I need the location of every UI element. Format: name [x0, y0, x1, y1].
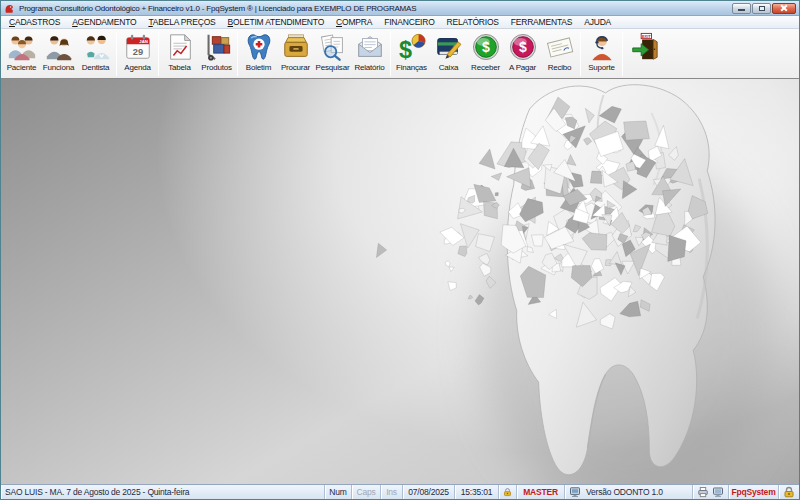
menu-compra[interactable]: COMPRA — [330, 17, 378, 27]
toolbar-label: Produtos — [201, 63, 231, 72]
receipt-icon — [545, 32, 575, 62]
status-lock-panel-2 — [779, 485, 799, 499]
titlebar[interactable]: Programa Consultório Odontológico + Fina… — [1, 1, 799, 16]
toolbar-dentista[interactable]: Dentista — [77, 30, 114, 77]
toolbar-label: Funciona — [43, 63, 74, 72]
toolbar-suporte[interactable]: Suporte — [583, 30, 620, 77]
toolbar-relatorio[interactable]: Relatório — [351, 30, 388, 77]
status-date: 07/08/2025 — [403, 485, 455, 499]
toolbar-pesquisar[interactable]: Pesquisar — [314, 30, 351, 77]
printer-icon[interactable] — [697, 486, 709, 498]
restore-button[interactable] — [752, 3, 771, 14]
toolbar-label: Procurar — [281, 63, 310, 72]
search-documents-icon — [318, 32, 348, 62]
status-version-panel: Versão ODONTO 1.0 — [565, 485, 693, 499]
support-icon — [587, 32, 617, 62]
dentists-icon — [81, 32, 111, 62]
toolbar-label: Relatório — [354, 63, 384, 72]
window-title: Programa Consultório Odontológico + Fina… — [19, 4, 728, 13]
toolbar-label: Paciente — [7, 63, 37, 72]
toolbar-paciente[interactable]: Paciente — [3, 30, 40, 77]
receive-dollar-icon: $ — [471, 32, 501, 62]
client-area — [1, 79, 799, 484]
minimize-button[interactable] — [732, 3, 751, 14]
cashbook-icon — [434, 32, 464, 62]
menu-agendamento[interactable]: AGENDAMENTO — [66, 17, 142, 27]
menu-ajuda[interactable]: AJUDA — [578, 17, 617, 27]
patients-icon — [7, 32, 37, 62]
menu-relatorios[interactable]: RELATÓRIOS — [441, 17, 505, 27]
price-table-icon — [165, 32, 195, 62]
toolbar-separator — [622, 32, 623, 76]
status-time: 15:35:01 — [455, 485, 499, 499]
toolbar-label: Receber — [471, 63, 500, 72]
toolbar-boletim[interactable]: Boletim — [240, 30, 277, 77]
exit-door-icon: EXIT — [629, 32, 659, 62]
toolbar-separator — [390, 32, 391, 76]
toolbar-produtos[interactable]: Produtos — [198, 30, 235, 77]
padlock-key-icon — [503, 486, 512, 498]
toolbar-sair[interactable]: EXIT — [625, 30, 662, 77]
menu-cadastros[interactable]: CADASTROS — [3, 17, 66, 27]
app-window: Programa Consultório Odontológico + Fina… — [0, 0, 800, 500]
menu-ferramentas[interactable]: FERRAMENTAS — [505, 17, 578, 27]
toolbar-label: Recibo — [548, 63, 572, 72]
status-devices-panel — [693, 485, 729, 499]
toolbar-a-pagar[interactable]: $ A Pagar — [504, 30, 541, 77]
status-brand: FpqSystem — [729, 485, 779, 499]
padlock-key-icon — [783, 486, 795, 498]
toolbar-funcionario[interactable]: Funciona — [40, 30, 77, 77]
svg-text:29: 29 — [132, 47, 142, 57]
toolbar-recibo[interactable]: Recibo — [541, 30, 578, 77]
employees-icon — [44, 32, 74, 62]
toolbar-separator — [237, 32, 238, 76]
report-icon — [355, 32, 385, 62]
toolbar-label: Tabela — [168, 63, 190, 72]
menu-financeiro[interactable]: FINANCEIRO — [378, 17, 440, 27]
monitor-icon[interactable] — [712, 486, 724, 498]
pay-dollar-icon: $ — [508, 32, 538, 62]
toolbar-label: Boletim — [246, 63, 271, 72]
finance-icon: $ — [397, 32, 427, 62]
toolbar-label: Caixa — [439, 63, 458, 72]
search-drawer-icon — [281, 32, 311, 62]
computer-icon — [569, 486, 581, 498]
statusbar: SAO LUIS - MA. 7 de Agosto de 2025 - Qui… — [1, 484, 799, 499]
toolbar-label: Suporte — [588, 63, 615, 72]
toolbar-label: Pesquisar — [316, 63, 350, 72]
toolbar-financas[interactable]: $ Finanças — [393, 30, 430, 77]
svg-text:$: $ — [398, 37, 411, 62]
status-numlock: Num — [325, 485, 352, 499]
products-trolley-icon — [202, 32, 232, 62]
svg-text:$: $ — [482, 39, 490, 55]
toolbar-separator — [580, 32, 581, 76]
toolbar-caixa[interactable]: Caixa — [430, 30, 467, 77]
toolbar-label: Agenda — [124, 63, 150, 72]
status-user: MASTER — [517, 485, 565, 499]
svg-text:EXIT: EXIT — [641, 34, 650, 39]
calendar-icon: JAN 29 — [123, 32, 153, 62]
toolbar-separator — [116, 32, 117, 76]
status-lock-panel — [499, 485, 517, 499]
toolbar-label: Finanças — [396, 63, 427, 72]
close-icon — [780, 4, 788, 12]
svg-text:$: $ — [519, 39, 527, 55]
toolbar-tabela[interactable]: Tabela — [161, 30, 198, 77]
toolbar-agenda[interactable]: JAN 29 Agenda — [119, 30, 156, 77]
restore-icon — [759, 6, 765, 11]
status-location-date: SAO LUIS - MA. 7 de Agosto de 2025 - Qui… — [1, 485, 325, 499]
status-version: Versão ODONTO 1.0 — [586, 487, 663, 497]
tooth-cross-icon — [244, 32, 274, 62]
toolbar-receber[interactable]: $ Receber — [467, 30, 504, 77]
menu-tabela-precos[interactable]: TABELA PREÇOS — [142, 17, 221, 27]
toolbar-label: A Pagar — [509, 63, 536, 72]
toolbar: Paciente Funciona Dentista — [1, 29, 799, 79]
toolbar-separator — [158, 32, 159, 76]
menu-boletim-atendimento[interactable]: BOLETIM ATENDIMENTO — [222, 17, 331, 27]
close-button[interactable] — [772, 3, 796, 14]
minimize-icon — [738, 9, 745, 11]
status-insert: Ins — [381, 485, 403, 499]
tooth-illustration — [1, 79, 799, 484]
svg-text:JAN: JAN — [139, 39, 148, 44]
toolbar-procurar[interactable]: Procurar — [277, 30, 314, 77]
